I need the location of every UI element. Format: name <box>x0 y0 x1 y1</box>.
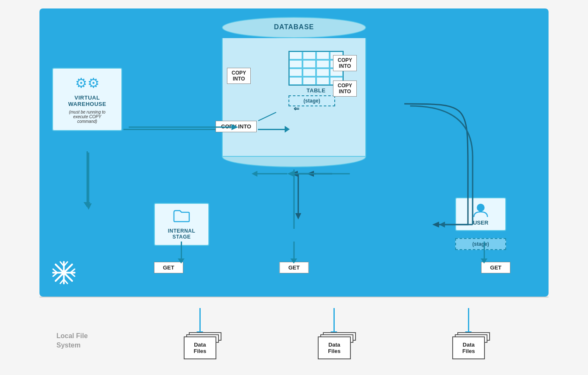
vw-subtitle: (must be running toexecute COPYcommand) <box>57 110 117 124</box>
svg-marker-15 <box>307 171 314 177</box>
copy-into-box-3: COPYINTO <box>333 81 357 97</box>
arrow-down-3 <box>468 308 469 331</box>
user-stage-box: (stage) <box>455 238 506 250</box>
diagram-wrapper: DATABASE <box>39 8 549 370</box>
svg-marker-16 <box>291 171 298 177</box>
snowflake-area: DATABASE <box>39 8 549 297</box>
arrow-user-to-get <box>484 242 485 258</box>
database-label: DATABASE <box>274 23 314 31</box>
table-cell <box>316 52 329 59</box>
table-cell <box>289 52 302 59</box>
arrow-down-1 <box>199 308 201 331</box>
svg-marker-10 <box>287 171 294 177</box>
user-icon <box>473 203 488 218</box>
arrow-copy-to-table <box>258 129 286 130</box>
internal-stage-box: INTERNALSTAGE <box>154 203 209 246</box>
user-label: USER <box>459 219 502 226</box>
svg-point-13 <box>477 204 484 211</box>
cylinder-top: DATABASE <box>222 17 366 38</box>
copy-into-box-1: COPYINTO <box>227 68 251 84</box>
table-cell <box>289 77 302 85</box>
arrow-vw-to-copy <box>123 129 217 130</box>
table-cell <box>303 60 316 68</box>
arrow-stage-to-get-2 <box>294 242 295 258</box>
table-cell <box>316 69 329 76</box>
database-container: DATABASE <box>222 17 366 167</box>
data-files-group-3: DataFiles <box>452 308 485 359</box>
user-box: USER <box>455 197 506 231</box>
get-box-3: GET <box>481 262 510 273</box>
virtual-warehouse-box: ⚙⚙ VIRTUALWAREHOUSE (must be running toe… <box>52 68 122 131</box>
local-files-row: DataFiles DataFiles <box>133 308 536 359</box>
folder-icon <box>158 209 205 225</box>
arrow-vw-down <box>87 151 88 202</box>
copy-into-box-2: COPYINTO <box>333 55 357 71</box>
get-box-1: GET <box>154 262 183 273</box>
table-cell <box>289 60 302 68</box>
table-cell <box>303 77 316 85</box>
svg-point-31 <box>62 270 67 275</box>
data-files-box-2: DataFiles <box>318 336 351 359</box>
table-cell <box>316 60 329 68</box>
svg-marker-14 <box>432 222 439 228</box>
snowflake-logo-icon <box>52 261 76 288</box>
arrow-down-2 <box>333 308 335 331</box>
cylinder-body: TABLE (stage) ⇐ COPYINTO <box>222 38 366 157</box>
svg-marker-18 <box>295 213 301 219</box>
table-cell <box>303 52 316 59</box>
data-files-box-1: DataFiles <box>184 336 217 359</box>
internal-stage-label: INTERNALSTAGE <box>158 228 205 240</box>
table-cell <box>289 69 302 76</box>
data-files-box-3: DataFiles <box>452 336 485 359</box>
table-cell <box>303 69 316 76</box>
local-fs-section: Local FileSystem DataFiles <box>39 297 549 370</box>
database-cylinder: DATABASE <box>222 17 366 167</box>
svg-marker-8 <box>439 222 445 228</box>
arrow-stage-to-get-1 <box>181 242 182 258</box>
gear-icon: ⚙⚙ <box>57 75 117 91</box>
get-box-2: GET <box>280 262 309 273</box>
page-container: DATABASE <box>0 0 588 375</box>
copy-into-main-label: COPY INTO <box>216 121 257 132</box>
data-files-group-1: DataFiles <box>184 308 217 359</box>
data-files-group-2: DataFiles <box>318 308 351 359</box>
svg-marker-12 <box>252 171 258 177</box>
vw-title: VIRTUALWAREHOUSE <box>57 94 117 107</box>
local-fs-label: Local FileSystem <box>56 331 133 350</box>
db-stage-box: (stage) ⇐ <box>288 95 335 106</box>
table-cell <box>316 77 329 85</box>
